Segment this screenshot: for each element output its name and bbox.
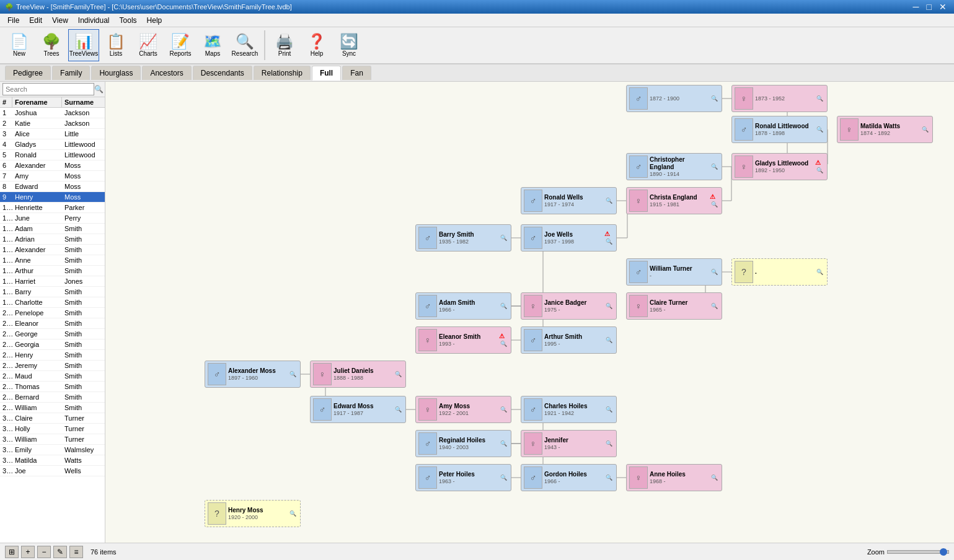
minimize-button[interactable]: ─ [911,2,922,12]
card-search-button[interactable]: 🔍 [710,268,719,276]
person-card-eleanor_smith[interactable]: ♀Eleanor Smith1993 -⚠🔍 [415,326,511,354]
person-row[interactable]: 29 William Smith [0,403,105,413]
info-btn[interactable]: ≡ [69,546,83,558]
person-row[interactable]: 30 Claire Turner [0,413,105,424]
card-search-button[interactable]: 🔍 [604,336,614,344]
card-search-button[interactable]: 🔍 [604,474,614,482]
tab-ancestors[interactable]: Ancestors [142,66,191,80]
person-row[interactable]: 14 Alexander Smith [0,245,105,255]
toolbar-print[interactable]: 🖨️ Print [269,29,300,61]
person-card-anne_hoiles[interactable]: ♀Anne Hoiles1968 -🔍 [626,464,722,491]
collapse-btn[interactable]: ⊞ [5,546,19,558]
edit-btn[interactable]: ✎ [53,546,67,558]
tab-full[interactable]: Full [312,66,341,81]
close-button[interactable]: ✕ [937,2,949,12]
person-card-christopher_england[interactable]: ♂Christopher England1890 - 1914🔍 [626,153,722,180]
toolbar-sync[interactable]: 🔄 Sync [333,29,364,61]
menu-file[interactable]: File [2,15,24,26]
card-search-button[interactable]: 🔍 [288,510,298,518]
toolbar-help[interactable]: ❓ Help [301,29,332,61]
person-card-joe_wells[interactable]: ♂Joe Wells1937 - 1998⚠🔍 [521,224,617,252]
person-row[interactable]: 33 Emily Walmsley [0,445,105,455]
person-row[interactable]: 17 Harriet Jones [0,276,105,287]
person-card-matilda_watts[interactable]: ♀Matilda Watts1874 - 1892🔍 [837,116,933,143]
toolbar-trees[interactable]: 🌳 Trees [36,29,67,61]
search-button[interactable]: 🔍 [94,85,104,94]
card-search-button[interactable]: 🔍 [604,406,614,414]
card-search-button[interactable]: 🔍 [499,474,508,482]
person-card-anon1[interactable]: ♂1872 - 1900🔍 [626,85,722,112]
card-search-button[interactable]: 🔍 [604,238,614,246]
person-card-william_turner[interactable]: ♂William Turner-🔍 [626,258,722,286]
tab-fan[interactable]: Fan [342,66,371,80]
card-search-button[interactable]: 🔍 [394,406,403,414]
person-card-adam_smith[interactable]: ♂Adam Smith1966 -🔍 [415,292,511,320]
card-search-button[interactable]: 🔍 [710,474,719,482]
remove-btn[interactable]: − [37,546,51,558]
person-row[interactable]: 4 Gladys Littlewood [0,139,105,150]
person-row[interactable]: 3 Alice Little [0,129,105,139]
person-card-unknown1[interactable]: ?.🔍 [731,258,828,286]
person-row[interactable]: 25 Jeremy Smith [0,361,105,371]
person-row[interactable]: 2 Katie Jackson [0,118,105,129]
toolbar-reports[interactable]: 📝 Reports [165,29,196,61]
person-row[interactable]: 6 Alexander Moss [0,160,105,171]
person-row[interactable]: 15 Anne Smith [0,255,105,266]
tab-descendants[interactable]: Descendants [193,66,252,80]
person-row[interactable]: 34 Matilda Watts [0,455,105,466]
zoom-slider[interactable] [887,550,949,554]
person-row[interactable]: 19 Charlotte Smith [0,297,105,308]
toolbar-charts[interactable]: 📈 Charts [133,29,164,61]
toolbar-new[interactable]: 📄 New [4,29,35,61]
zoom-thumb[interactable] [940,548,947,556]
person-row[interactable]: 13 Adrian Smith [0,234,105,245]
person-card-gladys_littlewood[interactable]: ♀Gladys Littlewood1892 - 1950⚠🔍 [731,153,828,180]
person-row[interactable]: 20 Penelope Smith [0,308,105,318]
card-search-button[interactable]: 🔍 [710,163,719,171]
person-card-gordon_hoiles[interactable]: ♂Gordon Hoiles1966 -🔍 [521,464,617,491]
card-search-button[interactable]: 🔍 [815,167,824,175]
person-row[interactable]: 16 Arthur Smith [0,266,105,276]
person-row[interactable]: 8 Edward Moss [0,182,105,192]
card-search-button[interactable]: 🔍 [815,126,824,134]
card-search-button[interactable]: 🔍 [815,95,824,103]
person-row[interactable]: 31 Holly Turner [0,424,105,434]
person-card-arthur_smith[interactable]: ♂Arthur Smith1995 -🔍 [521,326,617,354]
search-input[interactable] [2,83,94,95]
person-row[interactable]: 35 Joe Wells [0,466,105,476]
maximize-button[interactable]: □ [924,2,934,12]
person-row[interactable]: 21 Eleanor Smith [0,318,105,329]
toolbar-treeviews[interactable]: 📊 TreeViews [68,29,99,61]
person-card-alexander_moss[interactable]: ♂Alexander Moss1897 - 1960🔍 [205,361,301,388]
person-card-anon2[interactable]: ♀1873 - 1952🔍 [731,85,828,112]
add-btn[interactable]: + [21,546,35,558]
person-card-janice_badger[interactable]: ♀Janice Badger1975 -🔍 [521,292,617,320]
person-row[interactable]: 28 Bernard Smith [0,392,105,403]
person-row[interactable]: 27 Thomas Smith [0,382,105,392]
person-card-barry_smith[interactable]: ♂Barry Smith1935 - 1982🔍 [415,224,511,252]
person-row[interactable]: 12 Adam Smith [0,224,105,234]
menu-edit[interactable]: Edit [24,15,47,26]
card-search-button[interactable]: 🔍 [815,268,824,276]
card-search-button[interactable]: 🔍 [710,302,719,310]
person-card-amy_moss[interactable]: ♀Amy Moss1922 - 2001🔍 [415,396,511,423]
person-row[interactable]: 7 Amy Moss [0,171,105,182]
card-search-button[interactable]: 🔍 [710,201,719,209]
card-search-button[interactable]: 🔍 [394,370,403,378]
tab-family[interactable]: Family [52,66,90,80]
person-row[interactable]: 9 Henry Moss [0,192,105,203]
person-row[interactable]: 18 Barry Smith [0,287,105,297]
person-card-reginald_hoiles[interactable]: ♂Reginald Hoiles1940 - 2003🔍 [415,430,511,457]
person-card-ronald_littlewood[interactable]: ♂Ronald Littlewood1878 - 1898🔍 [731,116,828,143]
tab-hourglass[interactable]: Hourglass [91,66,141,80]
person-card-juliet_daniels[interactable]: ♀Juliet Daniels1888 - 1988🔍 [310,361,406,388]
card-search-button[interactable]: 🔍 [499,406,508,414]
toolbar-lists[interactable]: 📋 Lists [100,29,131,61]
person-card-edward_moss[interactable]: ♂Edward Moss1917 - 1987🔍 [310,396,406,423]
toolbar-research[interactable]: 🔍 Research [229,29,260,61]
menu-view[interactable]: View [47,15,73,26]
person-row[interactable]: 10 Henriette Parker [0,203,105,213]
person-row[interactable]: 23 Georgia Smith [0,339,105,350]
person-card-jennifer[interactable]: ♀Jennifer1943 -🔍 [521,430,617,457]
person-row[interactable]: 5 Ronald Littlewood [0,150,105,160]
